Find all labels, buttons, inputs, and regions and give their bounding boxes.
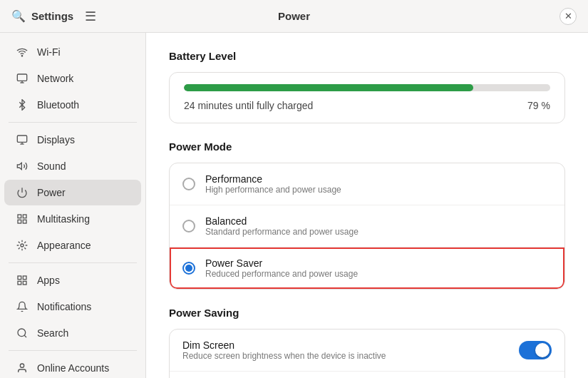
svg-rect-16: [18, 281, 21, 285]
sidebar-divider: [9, 262, 137, 263]
row-label-dim-screen: Dim Screen: [182, 339, 386, 351]
svg-rect-12: [23, 220, 26, 223]
option-desc-balanced: Standard performance and power usage: [205, 227, 359, 237]
sidebar-item-network[interactable]: Network: [4, 66, 141, 91]
sidebar-item-label: Network: [37, 73, 73, 84]
svg-point-13: [21, 244, 24, 247]
option-label-power-saver: Power Saver: [205, 257, 358, 269]
svg-point-18: [18, 329, 26, 337]
svg-rect-11: [18, 220, 21, 223]
option-label-performance: Performance: [205, 173, 341, 185]
sidebar-divider: [9, 350, 137, 351]
radio-balanced: [182, 220, 195, 233]
menu-icon[interactable]: ☰: [85, 9, 96, 24]
power-saving-section-title: Power Saving: [169, 307, 565, 319]
battery-time-text: 24 minutes until fully charged: [184, 100, 313, 111]
sidebar-item-label: Search: [37, 327, 68, 339]
power-mode-section-title: Power Mode: [169, 141, 565, 153]
sidebar-item-label: Apps: [37, 275, 60, 286]
settings-label: Settings: [31, 10, 73, 22]
battery-percent-text: 79 %: [527, 100, 550, 111]
power-mode-option-performance[interactable]: Performance High performance and power u…: [170, 163, 564, 205]
svg-rect-17: [23, 281, 26, 285]
sidebar-item-bluetooth[interactable]: Bluetooth: [4, 92, 141, 118]
battery-bar-track: [184, 84, 550, 91]
sidebar-item-label: Wi-Fi: [37, 46, 61, 58]
sidebar-item-apps[interactable]: Apps: [4, 267, 141, 293]
svg-line-19: [24, 335, 26, 337]
power-mode-text-performance: Performance High performance and power u…: [205, 173, 341, 195]
power-saving-card: Dim Screen Reduce screen brightness when…: [169, 329, 565, 378]
saving-row-screen-blank: Screen Blank Turn the screen off after a…: [170, 372, 564, 378]
sidebar-item-label: Sound: [37, 160, 66, 172]
titlebar: 🔍 Settings ☰ Power ✕: [0, 0, 588, 33]
sidebar-item-label: Appearance: [37, 240, 91, 251]
radio-performance: [182, 178, 195, 190]
battery-card: 24 minutes until fully charged 79 %: [169, 72, 565, 123]
sidebar-item-displays[interactable]: Displays: [4, 127, 141, 153]
network-icon: [16, 72, 29, 85]
svg-rect-1: [17, 74, 26, 81]
bluetooth-icon: [16, 98, 29, 111]
displays-icon: [16, 133, 29, 146]
multitasking-icon: [16, 213, 29, 225]
power-mode-option-balanced[interactable]: Balanced Standard performance and power …: [170, 205, 564, 247]
appearance-icon: [16, 239, 29, 252]
titlebar-left: 🔍 Settings ☰: [11, 9, 96, 24]
svg-rect-9: [18, 215, 21, 218]
sidebar-item-label: Displays: [37, 134, 75, 145]
sidebar-item-label: Notifications: [37, 301, 91, 312]
apps-icon: [16, 274, 29, 287]
battery-info: 24 minutes until fully charged 79 %: [184, 100, 550, 111]
online-accounts-icon: [16, 362, 29, 374]
svg-rect-10: [23, 215, 26, 218]
sidebar-item-label: Bluetooth: [37, 99, 79, 111]
svg-rect-4: [17, 136, 26, 142]
svg-rect-15: [23, 276, 26, 280]
svg-point-20: [20, 364, 24, 367]
sidebar-item-multitasking[interactable]: Multitasking: [4, 206, 141, 232]
battery-bar-fill: [184, 84, 473, 91]
sidebar-item-appearance[interactable]: Appearance: [4, 233, 141, 258]
power-mode-text-power-saver: Power Saver Reduced performance and powe…: [205, 257, 358, 279]
sidebar-item-wifi[interactable]: Wi-Fi: [4, 39, 141, 65]
sound-icon: [16, 160, 29, 173]
svg-point-0: [21, 56, 22, 56]
sidebar-divider: [9, 122, 137, 123]
saving-text-dim-screen: Dim Screen Reduce screen brightness when…: [182, 339, 386, 361]
search-icon[interactable]: 🔍: [11, 9, 26, 23]
search-icon: [16, 327, 29, 339]
wifi-icon: [16, 46, 29, 58]
svg-rect-14: [18, 276, 21, 280]
main-content: Battery Level 24 minutes until fully cha…: [146, 33, 588, 378]
main-layout: Wi-Fi Network Bluetooth Displays Sound P…: [0, 33, 588, 378]
battery-section-title: Battery Level: [169, 50, 565, 62]
row-desc-dim-screen: Reduce screen brightness when the device…: [182, 351, 386, 361]
page-title: Power: [278, 10, 310, 22]
sidebar-item-sound[interactable]: Sound: [4, 153, 141, 179]
sidebar: Wi-Fi Network Bluetooth Displays Sound P…: [0, 33, 146, 378]
power-mode-container: Performance High performance and power u…: [169, 163, 565, 290]
sidebar-item-power[interactable]: Power: [4, 180, 141, 205]
option-desc-performance: High performance and power usage: [205, 185, 341, 195]
toggle-dim-screen[interactable]: [519, 341, 552, 359]
svg-marker-7: [17, 163, 21, 169]
close-button[interactable]: ✕: [559, 8, 577, 25]
power-mode-option-power-saver[interactable]: Power Saver Reduced performance and powe…: [170, 247, 564, 289]
power-icon: [16, 186, 29, 199]
sidebar-item-online-accounts[interactable]: Online Accounts: [4, 355, 141, 378]
option-desc-power-saver: Reduced performance and power usage: [205, 269, 358, 279]
sidebar-item-label: Multitasking: [37, 213, 90, 225]
sidebar-item-search[interactable]: Search: [4, 320, 141, 346]
sidebar-item-notifications[interactable]: Notifications: [4, 294, 141, 320]
sidebar-item-label: Power: [37, 187, 66, 198]
notifications-icon: [16, 300, 29, 313]
power-mode-text-balanced: Balanced Standard performance and power …: [205, 215, 359, 237]
radio-power-saver: [182, 262, 195, 275]
sidebar-item-label: Online Accounts: [37, 362, 109, 374]
option-label-balanced: Balanced: [205, 215, 359, 227]
saving-row-dim-screen: Dim Screen Reduce screen brightness when…: [170, 330, 564, 372]
